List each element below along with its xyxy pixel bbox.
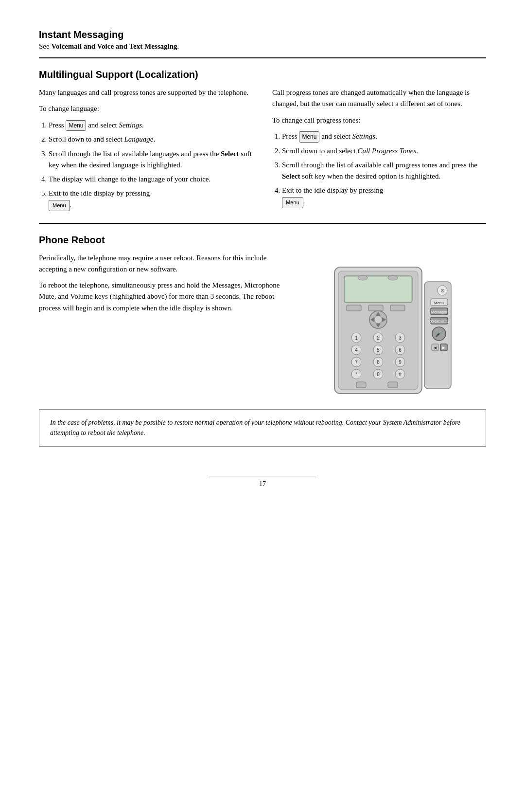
tones-step-3: Scroll through the list of available cal… — [282, 160, 486, 182]
step-4: The display will change to the language … — [49, 174, 253, 185]
phone-reboot-content: Periodically, the telephone may require … — [39, 253, 486, 398]
svg-text:1: 1 — [355, 335, 358, 341]
svg-rect-40 — [388, 382, 398, 388]
menu-key-3: Menu — [299, 131, 319, 143]
step-1: Press Menu and select Settings. — [49, 120, 253, 131]
step-2: Scroll down to and select Language. — [49, 134, 253, 145]
svg-text:6: 6 — [399, 347, 402, 353]
svg-text:4: 4 — [355, 347, 358, 353]
phone-reboot-section: Phone Reboot Periodically, the telephone… — [39, 235, 486, 447]
svg-text:◄: ◄ — [433, 345, 438, 350]
menu-key-1: Menu — [66, 120, 86, 131]
multilingual-two-col: Many languages and call progress tones a… — [39, 87, 486, 216]
change-tones-label: To change call progress tones: — [272, 115, 486, 126]
page-footer: 17 — [39, 476, 486, 488]
svg-text:►: ► — [441, 345, 446, 350]
phone-svg: 1 2 3 4 5 6 7 8 9 — [330, 257, 456, 398]
svg-text:8: 8 — [377, 360, 380, 365]
phone-reboot-text: Periodically, the telephone may require … — [39, 253, 280, 398]
note-text: In the case of problems, it may be possi… — [50, 419, 460, 437]
change-lang-label: To change language: — [39, 103, 253, 114]
svg-text:2: 2 — [377, 335, 380, 341]
svg-point-5 — [388, 275, 398, 280]
svg-rect-7 — [368, 305, 383, 311]
reboot-para1: Periodically, the telephone may require … — [39, 253, 280, 275]
svg-text:🎤: 🎤 — [435, 329, 443, 338]
reboot-para2: To reboot the telephone, simultaneously … — [39, 280, 280, 314]
svg-text:9: 9 — [399, 360, 402, 365]
change-tones-steps: Press Menu and select Settings. Scroll d… — [282, 131, 486, 208]
see-ref: See Voicemail and Voice and Text Messagi… — [39, 42, 486, 51]
phone-diagram: 1 2 3 4 5 6 7 8 9 — [299, 253, 486, 398]
tones-step-1: Press Menu and select Settings. — [282, 131, 486, 143]
svg-point-4 — [358, 275, 368, 280]
svg-text:#: # — [399, 372, 402, 377]
menu-key-4: Menu — [282, 197, 303, 208]
phone-reboot-title: Phone Reboot — [39, 235, 486, 246]
step-3: Scroll through the list of available lan… — [49, 148, 253, 171]
instant-messaging-title: Instant Messaging — [39, 29, 486, 40]
svg-text:Messages: Messages — [431, 310, 447, 314]
change-lang-steps: Press Menu and select Settings. Scroll d… — [49, 120, 253, 211]
svg-text:*: * — [355, 372, 357, 377]
note-box: In the case of problems, it may be possi… — [39, 409, 486, 447]
tones-step-4: Exit to the idle display by pressing Men… — [282, 185, 486, 208]
svg-text:DoNotDisturb: DoNotDisturb — [430, 320, 449, 323]
svg-text:Menu: Menu — [434, 301, 444, 305]
svg-text:⊗: ⊗ — [440, 288, 445, 293]
call-progress-intro: Call progress tones are changed automati… — [272, 87, 486, 110]
step-5: Exit to the idle display by pressing Men… — [49, 188, 253, 211]
page-number: 17 — [259, 480, 266, 487]
svg-text:7: 7 — [355, 360, 358, 365]
multilingual-intro: Many languages and call progress tones a… — [39, 87, 253, 98]
tones-step-2: Scroll down to and select Call Progress … — [282, 145, 486, 157]
svg-text:5: 5 — [377, 347, 380, 353]
svg-point-10 — [374, 316, 382, 324]
divider-2 — [39, 223, 486, 224]
svg-text:0: 0 — [377, 372, 380, 377]
multilingual-section: Multilingual Support (Localization) Many… — [39, 69, 486, 216]
multilingual-title: Multilingual Support (Localization) — [39, 69, 486, 80]
svg-rect-8 — [390, 305, 405, 311]
svg-rect-39 — [356, 382, 366, 388]
svg-rect-3 — [345, 277, 411, 302]
divider-1 — [39, 57, 486, 58]
svg-text:3: 3 — [399, 335, 402, 341]
footer-line — [209, 476, 316, 476]
svg-rect-6 — [347, 305, 361, 311]
menu-key-2: Menu — [49, 200, 70, 211]
multilingual-left-col: Many languages and call progress tones a… — [39, 87, 253, 216]
multilingual-right-col: Call progress tones are changed automati… — [272, 87, 486, 216]
instant-messaging-section: Instant Messaging See Voicemail and Voic… — [39, 29, 486, 51]
